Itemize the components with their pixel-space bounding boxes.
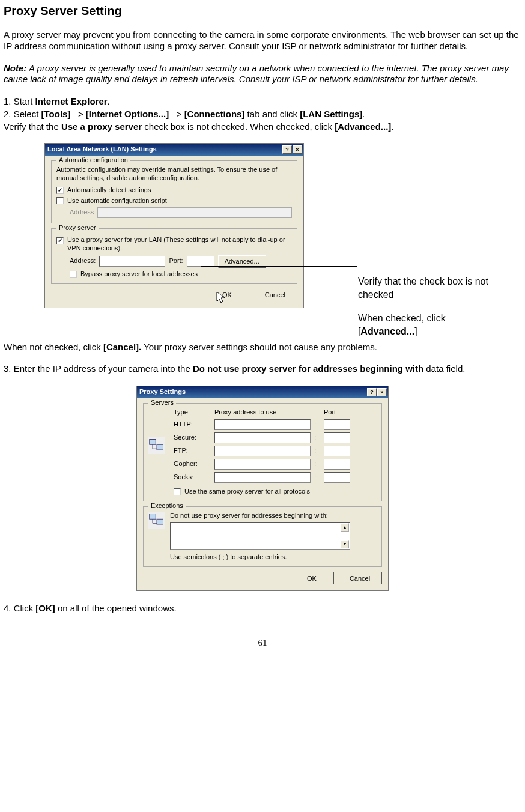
- scroll-up-icon[interactable]: ▴: [341, 523, 349, 532]
- gopher-port-input[interactable]: [324, 459, 350, 470]
- callout-text: Verify that the check box is not checked…: [358, 275, 521, 338]
- proxy-port-label: Port:: [169, 257, 183, 265]
- help-icon[interactable]: ?: [367, 388, 377, 396]
- group-title: Automatic configuration: [56, 156, 130, 165]
- same-proxy-label: Use the same proxy server for all protoc…: [184, 488, 310, 496]
- exceptions-textarea[interactable]: ▴ ▾: [170, 522, 350, 550]
- step-4: 4. Click [OK] on all of the opened windo…: [4, 603, 521, 614]
- lan-settings-dialog: Local Area Network (LAN) Settings ? × Au…: [44, 143, 304, 308]
- step-1: 1. Start Internet Explorer.: [4, 96, 521, 108]
- auto-script-checkbox[interactable]: [56, 197, 64, 204]
- ftp-address-input[interactable]: [214, 446, 311, 456]
- scroll-down-icon[interactable]: ▾: [341, 540, 349, 548]
- auto-detect-checkbox[interactable]: [56, 187, 64, 194]
- proxy-settings-dialog: Proxy Settings ? × Servers Type: [136, 386, 389, 591]
- secure-label: Secure:: [174, 434, 211, 442]
- socks-address-input[interactable]: [214, 472, 311, 483]
- note-label: Note:: [4, 63, 26, 73]
- address-header: Proxy address to use: [214, 408, 311, 417]
- dialog-title: Proxy Settings: [139, 388, 186, 396]
- port-header: Port: [324, 408, 350, 417]
- servers-group: Servers Type Proxy address to use Port H…: [143, 403, 382, 501]
- gopher-address-input[interactable]: [214, 459, 311, 470]
- cancel-button[interactable]: Cancel: [338, 572, 382, 584]
- group-title: Servers: [148, 399, 176, 407]
- socks-label: Socks:: [174, 473, 211, 482]
- after-fig1: When not checked, click [Cancel]. Your p…: [4, 342, 521, 353]
- proxy-address-input[interactable]: [99, 256, 165, 267]
- proxy-port-input[interactable]: [187, 256, 214, 267]
- ok-button[interactable]: OK: [290, 572, 334, 584]
- secure-port-input[interactable]: [324, 432, 350, 443]
- verify-line: Verify that the Use a proxy server check…: [4, 121, 521, 133]
- ftp-port-input[interactable]: [324, 446, 350, 456]
- page-title: Proxy Server Setting: [4, 4, 521, 19]
- type-header: Type: [174, 408, 211, 417]
- exceptions-hint: Use semicolons ( ; ) to separate entries…: [170, 553, 377, 562]
- ftp-label: FTP:: [174, 447, 211, 455]
- auto-script-label: Use automatic configuration script: [67, 197, 167, 205]
- http-port-input[interactable]: [324, 419, 350, 430]
- exceptions-icon: [148, 512, 165, 529]
- script-address-input: [97, 207, 292, 218]
- use-proxy-checkbox[interactable]: [56, 237, 64, 244]
- group-title: Exceptions: [148, 502, 186, 511]
- bypass-checkbox[interactable]: [70, 271, 77, 278]
- note-paragraph: Note: A proxy server is generally used t…: [4, 63, 521, 86]
- group-title: Proxy server: [56, 224, 99, 232]
- use-proxy-label: Use a proxy server for your LAN (These s…: [67, 236, 292, 253]
- help-icon[interactable]: ?: [282, 145, 292, 154]
- svg-rect-3: [157, 519, 163, 524]
- ok-button[interactable]: OK: [205, 289, 249, 301]
- callout-verify: Verify that the check box is not checked: [358, 275, 521, 301]
- address-label: Address: [70, 208, 94, 217]
- http-label: HTTP:: [174, 420, 211, 429]
- bypass-label: Bypass proxy server for local addresses: [80, 270, 198, 279]
- page-number: 61: [4, 637, 521, 649]
- dialog-titlebar[interactable]: Proxy Settings ? ×: [137, 386, 388, 398]
- svg-rect-2: [150, 514, 156, 519]
- proxy-address-label: Address:: [70, 257, 96, 265]
- callout-line: [267, 288, 357, 288]
- server-icon: [148, 437, 165, 454]
- exceptions-label: Do not use proxy server for addresses be…: [170, 512, 377, 520]
- gopher-label: Gopher:: [174, 460, 211, 468]
- intro-paragraph: A proxy server may prevent you from conn…: [4, 29, 521, 52]
- auto-desc: Automatic configuration may override man…: [56, 166, 292, 183]
- callout-line: [201, 266, 357, 267]
- automatic-config-group: Automatic configuration Automatic config…: [51, 160, 297, 223]
- close-icon[interactable]: ×: [293, 145, 302, 154]
- step-3: 3. Enter the IP address of your camera i…: [4, 363, 521, 375]
- dialog-titlebar[interactable]: Local Area Network (LAN) Settings ? ×: [45, 144, 303, 156]
- dialog-title: Local Area Network (LAN) Settings: [47, 145, 157, 154]
- http-address-input[interactable]: [214, 419, 311, 430]
- same-proxy-checkbox[interactable]: [174, 488, 181, 495]
- note-body: A proxy server is generally used to main…: [4, 63, 509, 85]
- svg-rect-1: [157, 444, 163, 450]
- close-icon[interactable]: ×: [377, 388, 387, 396]
- svg-rect-0: [150, 440, 156, 445]
- auto-detect-label: Automatically detect settings: [67, 186, 151, 195]
- socks-port-input[interactable]: [324, 472, 350, 483]
- cancel-button[interactable]: Cancel: [253, 289, 297, 301]
- secure-address-input[interactable]: [214, 432, 311, 443]
- proxy-server-group: Proxy server Use a proxy server for your…: [51, 228, 297, 283]
- step-2: 2. Select [Tools] –> [Internet Options..…: [4, 109, 521, 120]
- cursor-icon: [216, 291, 226, 304]
- exceptions-group: Exceptions Do not use proxy server for a…: [143, 506, 382, 568]
- callout-advanced: When checked, click [Advanced...]: [358, 312, 521, 338]
